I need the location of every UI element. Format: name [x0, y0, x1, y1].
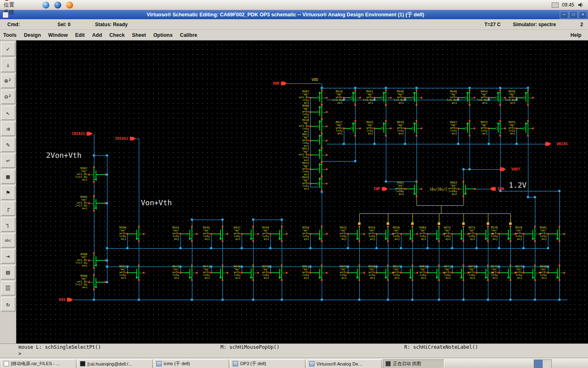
- transistor-M442[interactable]: M442"mp"w=5ul=2um=1: [366, 120, 392, 137]
- transistor-M455[interactable]: M455"mp"w=5ul=2um=1: [508, 120, 534, 137]
- menu-calibre[interactable]: Calibre: [177, 31, 200, 39]
- transistor-M363[interactable]: M363"mn"w=3ul=5um=1: [419, 265, 445, 281]
- pin-inp[interactable]: INP: [374, 187, 388, 191]
- taskbar-op3[interactable]: OP3 (于 dell): [230, 359, 305, 368]
- tool-repeat[interactable]: ⚑: [1, 185, 16, 200]
- transistor-M381[interactable]: M381"mn"w=18ul=20um=2: [395, 181, 422, 197]
- pin-vdd[interactable]: VDD: [273, 81, 287, 85]
- transistor-M408[interactable]: M408"mp"w=5ul=5um=1: [302, 104, 327, 120]
- transistor-M349[interactable]: M349"mn"w=3ul=5um=1: [262, 226, 287, 242]
- transistor-M351[interactable]: M351"mn"w=3ul=5um=1: [302, 265, 327, 281]
- transistor-M348[interactable]: M348"mn"w=3ul=5um=1: [262, 265, 287, 281]
- transistor-M372[interactable]: M372"mn"w=3ul=5um=1: [444, 226, 469, 242]
- taskbar-screenshot[interactable]: 正在启动 抓图: [383, 359, 444, 368]
- tool-wire-narrow[interactable]: ┐: [1, 217, 16, 232]
- schematic-canvas[interactable]: M418"mp"w=5ul=3.8um=1M417"mp"w=5ul=2um=1…: [16, 40, 588, 343]
- transistor-M346[interactable]: M346"mn"w=3ul=5um=1: [234, 265, 259, 281]
- tool-label[interactable]: abc: [1, 233, 16, 248]
- transistor-M454[interactable]: M454"mp"w=5ul=5.8um=1: [477, 90, 506, 106]
- transistor-M301[interactable]: M301"mn"w=3ul=5um=1: [540, 226, 565, 242]
- transistor-M356[interactable]: M356"mn"w=3ul=5um=1: [368, 265, 394, 281]
- pin-vout[interactable]: VOUT: [500, 167, 520, 171]
- transistor-M352[interactable]: M352"mn"w=3ul=5um=1: [340, 226, 365, 242]
- schematic-svg[interactable]: M418"mp"w=5ul=3.8um=1M417"mp"w=5ul=2um=1…: [16, 40, 588, 343]
- transistor-M388[interactable]: M388"mn"w=1.8ul=17.8um=1: [75, 274, 106, 290]
- transistor-M371[interactable]: M371"mn"w=3ul=5um=1: [444, 265, 469, 281]
- menu-sheet[interactable]: Sheet: [129, 31, 149, 39]
- close-button[interactable]: ×: [579, 11, 587, 19]
- pin-vss[interactable]: VSS: [59, 298, 73, 302]
- transistor-M364[interactable]: M364"mn"w=3ul=5um=1: [419, 226, 445, 242]
- help-browser-icon[interactable]: [54, 2, 61, 9]
- transistor-M416[interactable]: M416"mp"w=5ul=2um=1: [302, 175, 327, 192]
- pin-ibias2[interactable]: IBIAS2: [115, 137, 136, 141]
- transistor-M344[interactable]: M344"mn"w=3ul=5um=1: [203, 265, 228, 281]
- prompt-bar[interactable]: >: [0, 351, 588, 358]
- pin-inn[interactable]: INN: [490, 187, 504, 191]
- clock[interactable]: 09:45: [562, 2, 574, 8]
- tool-undo[interactable]: ↩: [1, 153, 16, 168]
- transistor-M449[interactable]: M449"mp"w=5ul=2um=1: [397, 120, 422, 137]
- transistor-M411[interactable]: M411"mp"w=5ul=5um=1: [302, 132, 327, 149]
- taskbar-icms[interactable]: icms (于 dell): [154, 359, 229, 368]
- taskbar-archive[interactable]: [移动电源.rar_FILES - ...: [1, 359, 76, 368]
- tray-monitor-icon[interactable]: [552, 2, 559, 8]
- menu-tools[interactable]: Tools: [0, 31, 20, 39]
- transistor-M441[interactable]: M441"mp"w=5ul=3.8um=1: [363, 90, 392, 106]
- transistor-M343[interactable]: M343"mn"w=3ul=5um=1: [172, 265, 198, 281]
- transistor-M413[interactable]: M413"mp"w=1.8ul=5um=1: [299, 147, 327, 163]
- transistor-M378[interactable]: M378"mn"w=3ul=5um=1: [515, 226, 541, 242]
- transistor-M407[interactable]: M407"mp"w=1.8ul=5um=1: [299, 90, 327, 106]
- volume-icon[interactable]: [577, 2, 584, 8]
- transistor-M448[interactable]: M448"mp"w=5ul=5.8um=1: [447, 90, 475, 106]
- transistor-M342[interactable]: M342"mn"w=3ul=5um=1: [172, 226, 198, 242]
- tool-pin[interactable]: ⇥: [1, 249, 16, 264]
- transistor-M373[interactable]: M373"mn"w=3ul=5um=1: [468, 265, 494, 281]
- menu-help[interactable]: Help: [565, 31, 587, 39]
- taskbar-terminal[interactable]: [cai.huanqing@dell:/...: [78, 359, 153, 368]
- transistor-M387[interactable]: M387"mn"w=1.8ul=17.8um=1: [75, 166, 106, 183]
- tool-check[interactable]: ✓: [1, 42, 16, 56]
- transistor-M446[interactable]: M446"mp"w=5ul=3.8um=1: [394, 90, 422, 106]
- transistor-M456[interactable]: M456"mp"w=5ul=3.8um=1: [505, 90, 534, 106]
- transistor-M417[interactable]: M417"mp"w=5ul=2um=1: [336, 120, 361, 137]
- transistor-M374[interactable]: M374"mn"w=3ul=5um=1: [468, 226, 494, 242]
- tool-stretch[interactable]: ↖: [1, 105, 16, 120]
- transistor-M347[interactable]: M347"mn"w=3ul=5um=1: [234, 226, 259, 242]
- minimize-button[interactable]: ─: [560, 11, 568, 19]
- workspace-1[interactable]: [534, 360, 543, 368]
- workspace-switcher[interactable]: [534, 359, 552, 368]
- tool-command[interactable]: ☰: [1, 281, 16, 296]
- transistor-M385[interactable]: M385"mn"w=1.8ul=17.8um=1: [75, 195, 106, 211]
- transistor-M357[interactable]: M357"mn"w=3ul=5um=1: [393, 265, 418, 281]
- tool-zoom-in[interactable]: ⊕²: [1, 74, 16, 88]
- tool-delete[interactable]: ✎: [1, 137, 16, 152]
- transistor-M375[interactable]: M375"mn"w=3ul=5um=1: [491, 265, 516, 281]
- menu-options[interactable]: Options: [150, 31, 176, 39]
- transistor-M354[interactable]: M354"mn"w=3ul=5um=1: [368, 226, 394, 242]
- transistor-M383[interactable]: M383"mn"w=18ul=20um=2: [448, 181, 476, 197]
- transistor-M350[interactable]: M350"mn"w=3ul=5um=1: [302, 226, 327, 242]
- tool-note[interactable]: ▤: [1, 265, 16, 280]
- transistor-M386[interactable]: M386"mn"w=1.8ul=17.8um=1: [75, 252, 106, 269]
- taskbar-virtuoso[interactable]: Virtuoso® Analog De…: [307, 359, 382, 368]
- transistor-M358[interactable]: M358"mn"w=3ul=5um=1: [393, 226, 418, 242]
- transistor-M377[interactable]: M377"mn"w=3ul=5um=1: [515, 265, 541, 281]
- browser-icon[interactable]: [42, 2, 49, 9]
- tool-properties[interactable]: ▦: [1, 169, 16, 184]
- transistor-M418[interactable]: M418"mp"w=5ul=3.8um=1: [332, 90, 361, 106]
- firefox-icon[interactable]: [66, 2, 73, 9]
- transistor-M447[interactable]: M447"mp"w=5ul=2um=1: [450, 120, 475, 137]
- transistor-M376[interactable]: M376"mn"w=3ul=5um=1: [491, 226, 516, 242]
- titlebar[interactable]: Virtuoso® Schematic Editing: CA69F002_PD…: [0, 10, 588, 19]
- transistor-M398[interactable]: M398"mn"w=3ul=5um=1: [540, 265, 565, 281]
- tool-zoom-out[interactable]: ⊖²: [1, 90, 16, 104]
- menu-add[interactable]: Add: [89, 31, 105, 39]
- workspace-2[interactable]: [543, 360, 551, 368]
- tool-copy[interactable]: ⇉: [1, 121, 16, 136]
- tool-wire-wide[interactable]: ┌: [1, 201, 16, 216]
- tool-rotate[interactable]: ↻: [1, 297, 16, 312]
- transistor-M390[interactable]: M390"mn"w=3ul=5um=1: [119, 226, 145, 242]
- menu-check[interactable]: Check: [106, 31, 128, 39]
- transistor-M410[interactable]: M410"mp"w=1.8ul=5um=1: [299, 118, 327, 135]
